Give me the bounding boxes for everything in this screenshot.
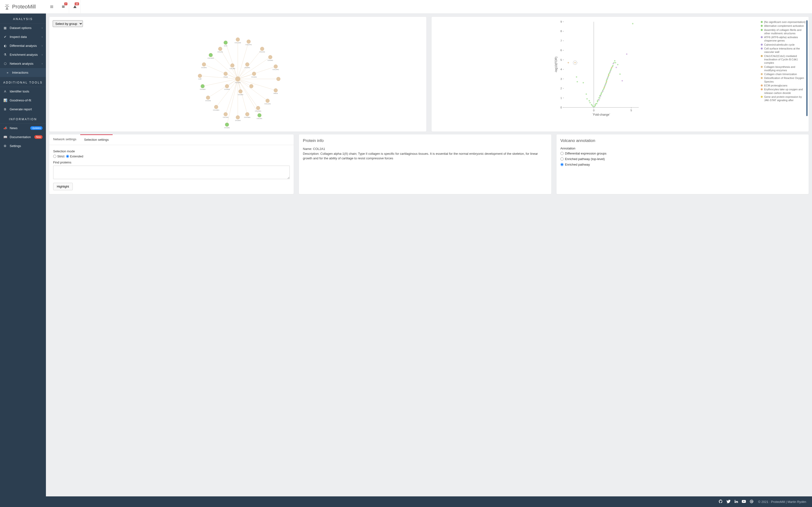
svg-line-11 bbox=[238, 79, 258, 108]
sidebar-item-documentation[interactable]: 📖 Documentation New bbox=[0, 132, 46, 142]
sidebar-item-identifier-tools[interactable]: A Identifier tools bbox=[0, 87, 46, 96]
sidebar-item-generate-report[interactable]: 🗎 Generate report bbox=[0, 105, 46, 114]
legend-dot-icon bbox=[761, 96, 763, 98]
svg-text:COL18A1: COL18A1 bbox=[213, 109, 219, 111]
svg-text:5: 5 bbox=[630, 109, 632, 112]
radio-strict-input[interactable] bbox=[53, 155, 56, 158]
footer-copyright: © 2021 · ProteoMill | Martin Rydén bbox=[758, 500, 806, 504]
sidebar-item-network-analysis[interactable]: ⬡ Network analysis ‹ bbox=[0, 59, 46, 68]
menu-toggle-button[interactable] bbox=[46, 0, 57, 13]
group-select[interactable]: Select by group bbox=[53, 20, 83, 27]
sidebar-item-inspect-data[interactable]: ✔ Inspect data ‹ bbox=[0, 32, 46, 41]
svg-text:COL5A1: COL5A1 bbox=[257, 118, 262, 119]
svg-text:COL8A1: COL8A1 bbox=[201, 67, 207, 68]
alerts-button-1[interactable]: 7 bbox=[57, 0, 69, 13]
radio-enriched-top[interactable]: Enriched pathway (top-level) bbox=[560, 157, 805, 161]
svg-point-67 bbox=[198, 74, 202, 78]
sidebar-item-label: Inspect data bbox=[10, 35, 39, 39]
book-icon: 📖 bbox=[3, 135, 7, 139]
find-proteins-input[interactable] bbox=[53, 166, 290, 179]
github-icon[interactable] bbox=[718, 499, 723, 504]
sidebar-item-enrichment-analysis[interactable]: ⚗ Enrichment analysis ‹ bbox=[0, 50, 46, 59]
legend-scrollbar[interactable] bbox=[806, 20, 808, 116]
legend-item[interactable]: Chk1/Chk2(Cds1) mediated inactivation of… bbox=[761, 54, 806, 65]
sidebar: ANALYSIS ▦ Dataset options ‹ ✔ Inspect d… bbox=[0, 13, 46, 496]
radio-strict[interactable]: Strict bbox=[53, 155, 64, 158]
sidebar-item-goodness-of-fit[interactable]: 📊 Goodness-of-fit bbox=[0, 96, 46, 105]
svg-point-51 bbox=[258, 113, 261, 117]
svg-point-181 bbox=[619, 73, 621, 75]
twitter-icon[interactable] bbox=[726, 499, 730, 504]
sidebar-item-news[interactable]: 📣 News Updates bbox=[0, 124, 46, 132]
sidebar-item-label: Goodness-of-fit bbox=[10, 99, 43, 102]
network-graph[interactable]: COL2A1COL11A2COL27A1COL4A2COL6A1COL14A1F… bbox=[49, 27, 426, 131]
radio-diff-groups-input[interactable] bbox=[560, 152, 564, 155]
footer: © 2021 · ProteoMill | Martin Rydén bbox=[0, 496, 812, 507]
svg-point-180 bbox=[617, 64, 618, 65]
legend-item[interactable]: Calnexin/calreticulin cycle bbox=[761, 43, 806, 46]
double-chevron-icon: » bbox=[6, 71, 9, 74]
side-section-information: INFORMATION bbox=[0, 114, 46, 124]
tab-network-settings[interactable]: Network settings bbox=[49, 134, 80, 145]
radio-enriched-top-input[interactable] bbox=[560, 157, 564, 161]
radio-diff-groups[interactable]: Differential expression groups bbox=[560, 152, 805, 155]
svg-text:COL6A3: COL6A3 bbox=[200, 89, 206, 90]
legend-item[interactable]: Cell surface interactions at the vascula… bbox=[761, 47, 806, 54]
legend-item[interactable]: [No significant over-representation] bbox=[761, 20, 806, 24]
legend-item-label: Gene and protein expression by JAK-STAT … bbox=[764, 95, 806, 102]
legend-item[interactable]: Alternative complement activation bbox=[761, 24, 806, 27]
radio-extended-input[interactable] bbox=[66, 155, 69, 158]
tab-selection-settings[interactable]: Selection settings bbox=[80, 134, 113, 145]
svg-point-122 bbox=[582, 82, 584, 83]
volcano-legend[interactable]: [No significant over-representation] Alt… bbox=[760, 19, 808, 117]
legend-item[interactable]: Erythrocytes take up oxygen and release … bbox=[761, 88, 806, 95]
svg-text:COL27A1: COL27A1 bbox=[246, 44, 252, 45]
alerts-button-2[interactable]: 10 bbox=[69, 0, 81, 13]
volcano-plot[interactable]: 012345678905`Fold-change`-log10(FDR) bbox=[434, 19, 760, 117]
legend-item[interactable]: Collagen chain trimerization bbox=[761, 72, 806, 76]
svg-point-59 bbox=[224, 112, 227, 116]
legend-item-label: Erythrocytes take up oxygen and release … bbox=[764, 88, 806, 95]
radio-enriched-pathway-input[interactable] bbox=[560, 163, 564, 166]
svg-text:COL11A1: COL11A1 bbox=[264, 103, 271, 105]
legend-item[interactable]: Assembly of collagen fibrils and other m… bbox=[761, 28, 806, 35]
linkedin-icon[interactable] bbox=[734, 499, 738, 504]
volcano-annotation-title: Volcano annotation bbox=[560, 138, 805, 143]
svg-point-53 bbox=[245, 112, 249, 116]
radio-enriched-pathway[interactable]: Enriched pathway bbox=[560, 163, 805, 166]
legend-item[interactable]: Gene and protein expression by JAK-STAT … bbox=[761, 95, 806, 102]
document-icon: 🗎 bbox=[3, 107, 7, 111]
check-circle-icon: ✔ bbox=[3, 35, 7, 39]
sidebar-item-interactions[interactable]: » Interactions bbox=[0, 68, 46, 77]
youtube-icon[interactable] bbox=[742, 499, 746, 504]
chevron-left-icon: ‹ bbox=[42, 62, 43, 65]
radio-extended[interactable]: Extended bbox=[66, 155, 83, 158]
svg-text:5: 5 bbox=[560, 58, 562, 61]
legend-item-label: Chk1/Chk2(Cds1) mediated inactivation of… bbox=[764, 54, 806, 65]
legend-item-label: ATF6 (ATF6-alpha) activates chaperone ge… bbox=[764, 36, 806, 43]
legend-dot-icon bbox=[761, 48, 763, 50]
at-icon[interactable] bbox=[749, 499, 754, 504]
svg-text:COL4A2: COL4A2 bbox=[259, 51, 265, 53]
megaphone-icon: 📣 bbox=[3, 126, 7, 130]
svg-text:COL1A2: COL1A2 bbox=[223, 117, 229, 118]
legend-item[interactable]: ATF6 (ATF6-alpha) activates chaperone ge… bbox=[761, 36, 806, 43]
sidebar-item-label: Dataset options bbox=[10, 26, 39, 30]
legend-item[interactable]: ECM proteoglycans bbox=[761, 84, 806, 87]
menu-icon bbox=[50, 5, 54, 9]
svg-text:COL6A1: COL6A1 bbox=[267, 60, 273, 61]
legend-item[interactable]: Detoxification of Reactive Oxygen Specie… bbox=[761, 76, 806, 83]
sidebar-item-differential-analysis[interactable]: ◐ Differential analysis ‹ bbox=[0, 41, 46, 50]
sidebar-item-settings[interactable]: ⚙ Settings bbox=[0, 142, 46, 151]
legend-item[interactable]: Collagen biosynthesis and modifying enzy… bbox=[761, 65, 806, 72]
sidebar-item-dataset-options[interactable]: ▦ Dataset options ‹ bbox=[0, 23, 46, 32]
highlight-button[interactable]: Highlight bbox=[53, 183, 73, 190]
sidebar-item-label: Network analysis bbox=[10, 62, 39, 65]
svg-point-69 bbox=[202, 62, 206, 66]
svg-point-179 bbox=[615, 67, 617, 68]
svg-text:LUM: LUM bbox=[198, 78, 202, 80]
radio-diff-groups-label: Differential expression groups bbox=[565, 152, 607, 155]
svg-text:COL11A2: COL11A2 bbox=[235, 42, 241, 44]
svg-text:COL8A2: COL8A2 bbox=[238, 94, 244, 95]
legend-dot-icon bbox=[761, 55, 763, 57]
